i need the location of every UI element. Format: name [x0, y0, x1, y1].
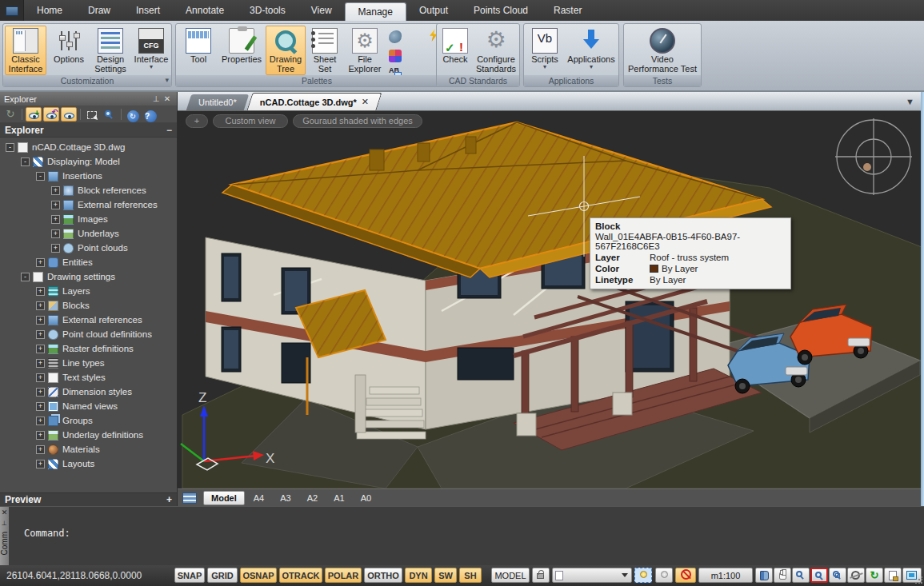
pin-icon[interactable]: ⊥: [2, 520, 7, 527]
tree-item-dimension-styles[interactable]: +Dimension styles: [0, 385, 177, 399]
show-eye-icon[interactable]: [61, 107, 77, 122]
tree-item-raster-definitions[interactable]: +Raster definitions: [0, 341, 177, 356]
configure-standards-button[interactable]: ⚙ Configure Standards: [474, 26, 518, 75]
tree-item-block-references[interactable]: +Block references: [0, 183, 177, 197]
expand-toggle[interactable]: +: [36, 431, 45, 440]
otrack-toggle[interactable]: OTRACK: [279, 568, 322, 583]
check-button[interactable]: ✓! Check: [438, 26, 472, 75]
close-icon[interactable]: ✕: [2, 508, 8, 516]
expand-toggle[interactable]: +: [36, 402, 45, 411]
polar-toggle[interactable]: POLAR: [325, 568, 362, 583]
tree-item-underlays[interactable]: +Underlays: [0, 226, 177, 241]
model-space-button[interactable]: MODEL: [491, 568, 530, 583]
inspect-magnifier-icon[interactable]: [102, 107, 118, 122]
zoom-window-button[interactable]: [810, 568, 828, 583]
expand-toggle[interactable]: +: [36, 301, 45, 310]
menu-view[interactable]: View: [298, 0, 345, 21]
app-menu-button[interactable]: [0, 0, 24, 21]
collapse-icon[interactable]: −: [166, 125, 172, 136]
menu-raster[interactable]: Raster: [541, 0, 594, 21]
dyn-toggle[interactable]: DYN: [405, 568, 432, 583]
expand-toggle[interactable]: +: [51, 186, 60, 195]
layout-tab-a1[interactable]: A1: [326, 492, 351, 504]
tree-item-point-clouds[interactable]: +Point clouds: [0, 241, 177, 255]
expand-toggle[interactable]: +: [51, 229, 60, 238]
viewport-lock-button[interactable]: [884, 568, 902, 583]
expand-toggle[interactable]: +: [51, 244, 60, 253]
no-fly-button[interactable]: [675, 568, 696, 583]
menu-insert[interactable]: Insert: [123, 0, 173, 21]
tree-item-displaying-model[interactable]: -Displaying: Model: [0, 154, 177, 169]
expand-toggle[interactable]: +: [36, 460, 45, 468]
refresh-icon[interactable]: [125, 107, 141, 122]
add-icon[interactable]: +: [166, 494, 172, 505]
video-performance-test-button[interactable]: Video Performance Test: [626, 26, 699, 75]
menu-draw[interactable]: Draw: [75, 0, 123, 21]
layout-tab-model[interactable]: Model: [203, 491, 245, 505]
interface-button[interactable]: CFG Interface ▾: [131, 26, 171, 75]
layer-combo[interactable]: [552, 568, 632, 583]
tree-item-point-cloud-definitions[interactable]: +Point cloud definitions: [0, 327, 177, 341]
expand-toggle[interactable]: +: [36, 373, 45, 382]
tree-item-layers[interactable]: +Layers: [0, 284, 177, 298]
tree-item-materials[interactable]: +Materials: [0, 442, 177, 456]
shading-preset-button[interactable]: Gouraud shaded with edges: [293, 114, 422, 128]
show-add-eye-icon[interactable]: [26, 107, 42, 122]
properties-button[interactable]: Properties: [219, 26, 264, 75]
compass-widget[interactable]: [835, 118, 912, 195]
tree-item-insertions[interactable]: -Insertions: [0, 169, 177, 183]
document-tab-cottage[interactable]: nCAD.Cottage 3D.dwg*✕: [246, 93, 382, 110]
expand-toggle[interactable]: -: [21, 273, 30, 281]
expand-toggle[interactable]: +: [51, 201, 60, 209]
tree-item-drawing-settings[interactable]: -Drawing settings: [0, 269, 177, 284]
close-icon[interactable]: ✕: [362, 97, 369, 107]
sw-toggle[interactable]: SW: [434, 568, 457, 583]
tree-item-named-views[interactable]: +Named views: [0, 399, 177, 413]
pin-icon[interactable]: ⊥: [150, 94, 162, 103]
layout-tab-a4[interactable]: A4: [246, 492, 271, 504]
drawing-tree-button[interactable]: Drawing Tree: [266, 26, 306, 75]
tab-list-dropdown-icon[interactable]: ▼: [906, 97, 914, 106]
lighting-select-button[interactable]: [634, 568, 652, 583]
brush-icon[interactable]: [389, 30, 402, 43]
tree-item-underlay-definitions[interactable]: +Underlay definitions: [0, 428, 177, 442]
tree-item-external-references[interactable]: +External references: [0, 197, 177, 212]
lighting-button[interactable]: [655, 568, 673, 583]
viewport-plus-button[interactable]: +: [186, 114, 208, 128]
zoom-button[interactable]: [792, 568, 810, 583]
menu-output[interactable]: Output: [406, 0, 461, 21]
expand-toggle[interactable]: +: [36, 345, 45, 353]
tree-item-external-references-2[interactable]: +External references: [0, 313, 177, 327]
menu-3d-tools[interactable]: 3D-tools: [237, 0, 298, 21]
select-objects-icon[interactable]: [84, 107, 100, 122]
tree-item-groups[interactable]: +Groups: [0, 413, 177, 428]
applications-button[interactable]: Applications ▾: [566, 26, 617, 75]
expand-toggle[interactable]: +: [36, 388, 45, 397]
lock-button[interactable]: [532, 568, 550, 583]
expand-toggle[interactable]: +: [51, 215, 60, 224]
tree-item-text-styles[interactable]: +Text styles: [0, 370, 177, 385]
zoom-extents-button[interactable]: [829, 568, 846, 583]
sheet-set-button[interactable]: Sheet Set: [307, 26, 342, 75]
view-preset-button[interactable]: Custom view: [213, 114, 288, 128]
pan-button[interactable]: [774, 568, 791, 583]
resize-grip[interactable]: [914, 576, 922, 584]
tree-item-drawing[interactable]: -nCAD.Cottage 3D.dwg: [0, 140, 177, 154]
menu-home[interactable]: Home: [24, 0, 75, 21]
pinwheel-icon[interactable]: [389, 50, 402, 62]
dialog-launcher-icon[interactable]: ▾: [165, 74, 169, 86]
expand-toggle[interactable]: +: [36, 330, 45, 339]
viewport[interactable]: Z X + Custom view Gouraud shaded with ed…: [178, 111, 924, 488]
ortho-toggle[interactable]: ORTHO: [364, 568, 402, 583]
orbit-button[interactable]: [847, 568, 865, 583]
expand-toggle[interactable]: +: [36, 445, 45, 454]
scale-indicator[interactable]: m1:100: [698, 568, 753, 583]
close-icon[interactable]: ✕: [162, 94, 173, 103]
expand-toggle[interactable]: +: [36, 359, 45, 368]
grid-toggle[interactable]: GRID: [207, 568, 238, 583]
command-window-tab[interactable]: ✕ ⊥ Comm: [0, 507, 9, 565]
regen-icon[interactable]: ↻: [2, 107, 18, 122]
design-settings-button[interactable]: Design Settings: [90, 26, 131, 75]
layout-list-icon[interactable]: [182, 492, 197, 504]
layout-tab-a0[interactable]: A0: [354, 492, 378, 504]
